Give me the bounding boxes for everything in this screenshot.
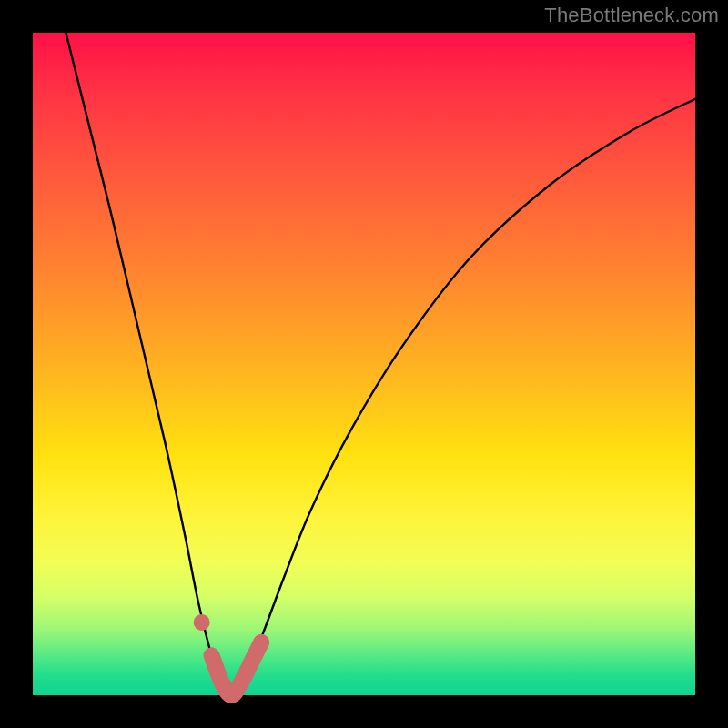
optimal-range-marker: [212, 642, 262, 695]
optimal-marker-dot: [194, 614, 210, 631]
chart-frame: TheBottleneck.com: [0, 0, 728, 728]
chart-svg: [33, 33, 695, 695]
watermark-text: TheBottleneck.com: [544, 4, 719, 27]
bottleneck-curve: [66, 33, 695, 695]
plot-area: [33, 33, 695, 695]
